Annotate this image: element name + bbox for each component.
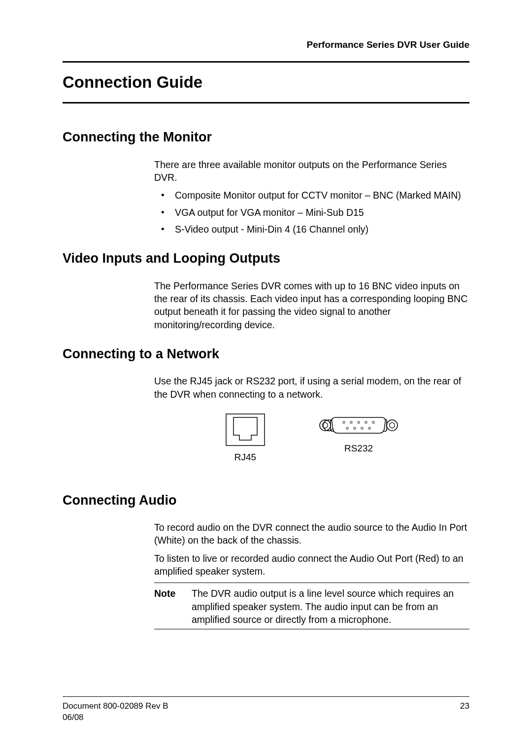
- svg-marker-4: [390, 422, 395, 428]
- title-rule-top: [63, 61, 469, 63]
- note-label: Note: [154, 587, 192, 626]
- rs232-caption: RS232: [344, 442, 373, 455]
- rj45-caption: RJ45: [234, 451, 256, 464]
- page-footer: Document 800-02089 Rev B 23 06/08: [63, 696, 469, 723]
- svg-rect-0: [226, 414, 265, 446]
- svg-point-2: [387, 420, 398, 431]
- note-block: Note The DVR audio output is a line leve…: [154, 583, 469, 629]
- audio-p1: To record audio on the DVR connect the a…: [154, 521, 469, 547]
- page-title: Connection Guide: [63, 71, 469, 94]
- note-text: The DVR audio output is a line level sou…: [192, 587, 469, 626]
- heading-connecting-monitor: Connecting the Monitor: [63, 128, 469, 146]
- monitor-bullet-3: S-Video output - Mini-Din 4 (16 Channel …: [154, 223, 469, 236]
- network-text: Use the RJ45 jack or RS232 port, if usin…: [154, 375, 469, 401]
- monitor-bullet-2: VGA output for VGA monitor – Mini-Sub D1…: [154, 206, 469, 219]
- heading-connecting-audio: Connecting Audio: [63, 491, 469, 509]
- video-text: The Performance Series DVR comes with up…: [154, 279, 469, 331]
- heading-connecting-network: Connecting to a Network: [63, 345, 469, 363]
- footer-page-number: 23: [460, 701, 469, 712]
- note-rule-bottom: [154, 629, 469, 629]
- monitor-bullet-1: Composite Monitor output for CCTV monito…: [154, 189, 469, 202]
- footer-rule: [63, 696, 469, 697]
- section-video-body: The Performance Series DVR comes with up…: [154, 279, 469, 331]
- heading-video-inputs: Video Inputs and Looping Outputs: [63, 249, 469, 267]
- audio-p2: To listen to live or recorded audio conn…: [154, 552, 469, 578]
- page-header-title: Performance Series DVR User Guide: [63, 38, 469, 51]
- section-audio-body: To record audio on the DVR connect the a…: [154, 521, 469, 629]
- monitor-intro: There are three available monitor output…: [154, 158, 469, 184]
- section-network-body: Use the RJ45 jack or RS232 port, if usin…: [154, 375, 469, 463]
- footer-date: 06/08: [63, 712, 469, 723]
- rs232-port-icon: [319, 413, 398, 437]
- section-monitor-body: There are three available monitor output…: [154, 158, 469, 236]
- rj45-port-icon: [226, 413, 265, 446]
- footer-document-id: Document 800-02089 Rev B: [63, 701, 168, 712]
- title-rule-bottom: [63, 102, 469, 103]
